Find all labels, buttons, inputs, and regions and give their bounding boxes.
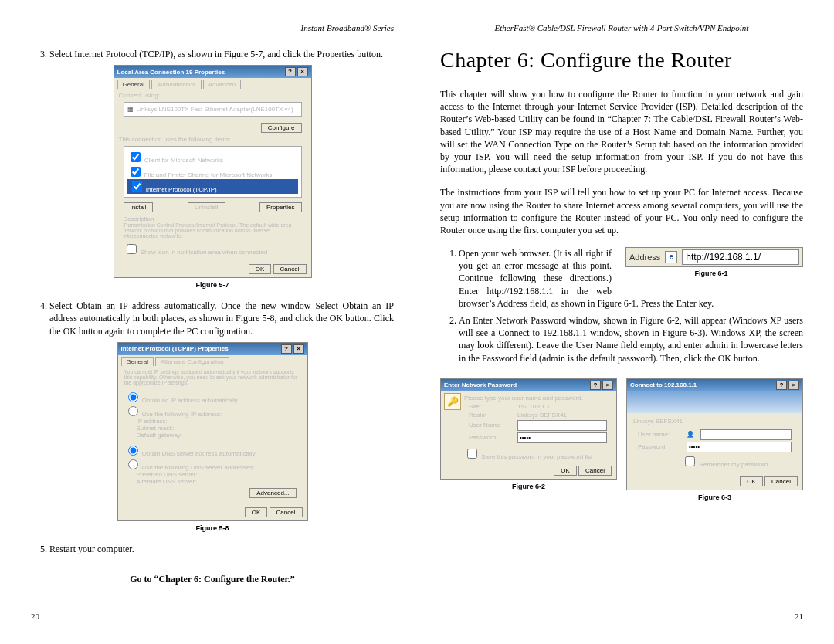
radio-static-ip[interactable] (128, 406, 138, 416)
chk-remember[interactable] (685, 456, 695, 466)
fig61-caption: Figure 6-1 (619, 269, 803, 278)
chk-savepw[interactable] (467, 449, 477, 459)
page-number-right: 21 (795, 612, 803, 621)
chk-client[interactable] (131, 152, 141, 162)
tab-advanced[interactable]: Advanced (203, 80, 242, 89)
help-icon[interactable]: ? (281, 344, 292, 354)
cancel-button[interactable]: Cancel (764, 476, 798, 486)
fig62-title: Enter Network Password (444, 381, 517, 388)
advanced-button[interactable]: Advanced... (249, 488, 296, 498)
user-label: User Name (469, 422, 511, 429)
realm-label: Realm (469, 412, 511, 419)
close-icon[interactable]: × (602, 381, 613, 390)
properties-button[interactable]: Properties (259, 202, 301, 212)
user-label: User name: (638, 431, 680, 438)
uses-label: This connection uses the following items… (119, 136, 307, 143)
page-right: EtherFast® Cable/DSL Firewall Router wit… (440, 23, 803, 621)
step-2: An Enter Network Password window, shown … (459, 314, 803, 364)
close-icon[interactable]: × (788, 381, 799, 390)
ok-button[interactable]: OK (554, 466, 577, 476)
desc-label: Description (124, 215, 302, 222)
fig57-caption: Figure 5-7 (31, 281, 394, 289)
pass-label: Password: (638, 443, 680, 450)
uninstall-button[interactable]: Uninstall (188, 202, 225, 212)
password-field[interactable] (687, 442, 792, 452)
fig57-title: Local Area Connection 19 Properties (117, 69, 225, 76)
dns2-label: Alternate DNS server: (124, 478, 301, 485)
radio4-label: Use the following DNS server addresses: (142, 464, 255, 471)
help-icon[interactable]: ? (776, 381, 787, 390)
ok-button[interactable]: OK (740, 476, 763, 486)
username-field[interactable] (517, 420, 607, 431)
password-field[interactable] (517, 432, 607, 443)
fig63-realm: Linksys BEFSX41 (633, 418, 796, 425)
steps-left-c: Restart your computer. (31, 543, 394, 555)
step-4: Select Obtain an IP address automaticall… (49, 300, 394, 337)
radio2-label: Use the following IP address: (142, 411, 222, 418)
install-button[interactable]: Install (124, 202, 154, 212)
ok-button[interactable]: OK (249, 264, 272, 274)
item-fileshare: File and Printer Sharing for Microsoft N… (144, 171, 273, 178)
para-2: The instructions from your ISP will tell… (440, 186, 803, 236)
configure-button[interactable]: Configure (261, 123, 302, 133)
address-url[interactable]: http://192.168.1.1/ (682, 249, 799, 265)
nic-icon: ▦ (127, 106, 134, 113)
tab-general[interactable]: General (117, 80, 150, 89)
showicon-label: Show icon in notification area when conn… (141, 249, 268, 256)
tab-auth[interactable]: Authentication (151, 80, 202, 89)
figure-5-7: Local Area Connection 19 Properties ? × … (114, 65, 312, 278)
ie-icon: e (665, 251, 677, 263)
fig62-prompt: Please type your user name and password. (464, 395, 612, 402)
savepw-label: Save this password in your password list (481, 453, 592, 460)
radio-auto-dns[interactable] (128, 446, 138, 456)
desc-text: Transmission Control Protocol/Internet P… (124, 222, 302, 239)
fig58-title: Internet Protocol (TCP/IP) Properties (121, 345, 229, 352)
steps-left-b: Select Obtain an IP address automaticall… (31, 300, 394, 337)
fig58-intro: You can get IP settings assigned automat… (124, 369, 301, 385)
step-1: Address e http://192.168.1.1/ Figure 6-1… (459, 247, 803, 310)
close-icon[interactable]: × (297, 67, 308, 76)
para-1: This chapter will show you how to config… (440, 88, 803, 175)
tab-altconfig[interactable]: Alternate Configuration (155, 357, 229, 366)
cancel-button[interactable]: Cancel (578, 466, 612, 476)
pass-label: Password (469, 434, 511, 441)
remember-label: Remember my password (699, 461, 768, 468)
page-number-left: 20 (31, 612, 39, 621)
goto-chapter6: Go to “Chapter 6: Configure the Router.” (31, 574, 394, 585)
radio-auto-ip[interactable] (128, 392, 138, 402)
ok-button[interactable]: OK (245, 507, 268, 517)
step-5: Restart your computer. (49, 543, 394, 555)
connect-using-label: Connect using: (119, 92, 307, 99)
figure-6-3: Connect to 192.168.1.1 ? × Linksys BEFSX… (626, 378, 803, 490)
chk-tcpip[interactable] (132, 181, 142, 192)
radio3-label: Obtain DNS server address automatically (142, 450, 256, 457)
cancel-button[interactable]: Cancel (270, 507, 303, 517)
close-icon[interactable]: × (293, 344, 304, 354)
figure-5-8: Internet Protocol (TCP/IP) Properties ? … (117, 342, 308, 521)
figure-6-2: Enter Network Password ? × 🔑 Please type… (440, 378, 617, 480)
tab-general[interactable]: General (121, 357, 154, 366)
realm-value: Linksys BEFSX41 (517, 412, 567, 419)
site-label: Site: (469, 403, 511, 410)
help-icon[interactable]: ? (590, 381, 601, 390)
site-value: 192.168.1.1 (517, 403, 550, 410)
gateway-label: Default gateway: (124, 432, 301, 439)
item-client: Client for Microsoft Networks (144, 157, 223, 164)
address-label: Address (629, 252, 660, 263)
chk-fileshare[interactable] (131, 167, 141, 177)
address-bar: Address e http://192.168.1.1/ (626, 247, 803, 267)
radio-static-dns[interactable] (128, 459, 138, 469)
header-right: EtherFast® Cable/DSL Firewall Router wit… (440, 23, 803, 32)
page-left: Instant Broadband® Series Select Interne… (31, 23, 394, 621)
fig58-caption: Figure 5-8 (31, 524, 394, 532)
chk-showicon[interactable] (127, 244, 137, 254)
username-field[interactable] (700, 429, 792, 440)
help-icon[interactable]: ? (285, 67, 296, 76)
adapter-name: Linksys LNE100TX Fast Ethernet Adapter(L… (137, 106, 293, 113)
step-3: Select Internet Protocol (TCP/IP), as sh… (49, 48, 394, 60)
chapter-title: Chapter 6: Configure the Router (440, 48, 803, 73)
fig63-caption: Figure 6-3 (626, 493, 803, 501)
user-icon: 👤 (687, 431, 694, 438)
cancel-button[interactable]: Cancel (273, 264, 307, 274)
item-tcpip: Internet Protocol (TCP/IP) (146, 186, 217, 193)
